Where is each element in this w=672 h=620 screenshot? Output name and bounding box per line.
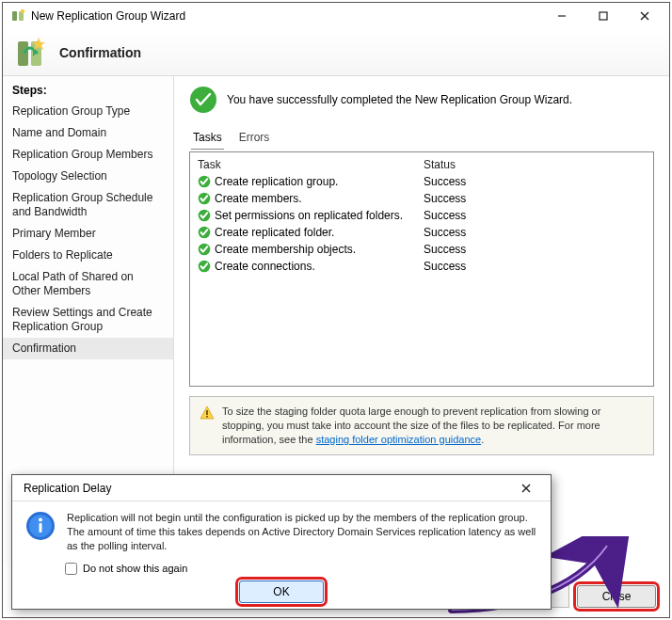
task-text: Create membership objects.: [215, 241, 424, 258]
do-not-show-input[interactable]: [65, 563, 77, 575]
svg-rect-19: [206, 410, 208, 415]
window-title: New Replication Group Wizard: [31, 9, 541, 23]
close-window-button[interactable]: [624, 3, 665, 29]
success-row: You have successfully completed the New …: [189, 86, 654, 114]
wizard-header-icon: [12, 34, 50, 72]
do-not-show-checkbox[interactable]: Do not show this again: [65, 563, 551, 575]
sidebar-step[interactable]: Local Path of Shared on Other Members: [3, 266, 173, 302]
task-success-icon: [198, 175, 211, 188]
task-row: Create connections.Success: [198, 258, 646, 275]
svg-point-2: [21, 9, 24, 13]
app-icon: [10, 8, 25, 24]
sidebar-step[interactable]: Topology Selection: [3, 166, 173, 187]
task-table-header: Task Status: [198, 158, 646, 171]
close-button[interactable]: Close: [577, 585, 656, 608]
dialog-titlebar: Replication Delay: [12, 475, 551, 501]
tabs: Tasks Errors: [189, 127, 654, 150]
task-status: Success: [424, 173, 646, 190]
sidebar-step[interactable]: Primary Member: [3, 223, 173, 245]
task-row: Create replication group.Success: [198, 173, 646, 190]
page-header: Confirmation: [59, 45, 141, 60]
tab-errors[interactable]: Errors: [237, 127, 272, 150]
sidebar-step[interactable]: Replication Group Type: [3, 101, 173, 122]
task-text: Create replicated folder.: [215, 224, 424, 241]
task-row: Create replicated folder.Success: [198, 224, 646, 241]
info-icon: [25, 511, 56, 541]
svg-rect-25: [40, 523, 42, 533]
task-status: Success: [424, 207, 646, 224]
task-success-icon: [198, 192, 211, 205]
ok-button[interactable]: OK: [239, 580, 324, 603]
task-success-icon: [198, 243, 211, 256]
sidebar-step[interactable]: Folders to Replicate: [3, 245, 173, 266]
dialog-text: Replication will not begin until the con…: [67, 511, 537, 553]
task-row: Create members.Success: [198, 190, 646, 207]
svg-rect-4: [600, 12, 607, 20]
svg-rect-0: [12, 11, 17, 21]
task-text: Create connections.: [215, 258, 424, 275]
dialog-close-button[interactable]: [505, 475, 547, 501]
task-column-header: Task: [198, 158, 424, 171]
sidebar-step[interactable]: Replication Group Schedule and Bandwidth: [3, 187, 173, 223]
tab-tasks[interactable]: Tasks: [191, 127, 224, 150]
success-message: You have successfully completed the New …: [227, 93, 572, 106]
task-status: Success: [424, 224, 646, 241]
sidebar-step[interactable]: Name and Domain: [3, 122, 173, 144]
svg-rect-7: [18, 41, 28, 66]
warning-box: To size the staging folder quota large e…: [189, 396, 654, 455]
dialog-title: Replication Delay: [16, 482, 505, 495]
warning-text: To size the staging folder quota large e…: [222, 405, 644, 447]
task-status: Success: [424, 190, 646, 207]
maximize-button[interactable]: [583, 3, 624, 29]
dialog-body: Replication will not begin until the con…: [12, 501, 551, 557]
sidebar-step[interactable]: Confirmation: [3, 338, 173, 359]
status-column-header: Status: [424, 158, 646, 171]
task-text: Create members.: [215, 190, 424, 207]
task-text: Create replication group.: [215, 173, 424, 190]
task-text: Set permissions on replicated folders.: [215, 207, 424, 224]
minimize-button[interactable]: [541, 3, 583, 29]
steps-header: Steps:: [3, 82, 173, 101]
success-check-icon: [189, 86, 217, 114]
task-row: Create membership objects.Success: [198, 241, 646, 258]
staging-guidance-link[interactable]: staging folder optimization guidance: [316, 434, 482, 445]
task-success-icon: [198, 209, 211, 222]
task-row: Set permissions on replicated folders.Su…: [198, 207, 646, 224]
task-success-icon: [198, 260, 211, 273]
sidebar-step[interactable]: Review Settings and Create Replication G…: [3, 302, 173, 338]
replication-delay-dialog: Replication Delay Replication will not b…: [11, 474, 552, 610]
task-panel: Task Status Create replication group.Suc…: [189, 151, 654, 387]
sidebar-step[interactable]: Replication Group Members: [3, 144, 173, 166]
task-status: Success: [424, 258, 646, 275]
titlebar: New Replication Group Wizard: [3, 3, 669, 29]
header-band: Confirmation: [3, 29, 669, 76]
svg-rect-20: [206, 416, 208, 418]
warning-icon: [200, 405, 215, 421]
task-success-icon: [198, 226, 211, 239]
task-status: Success: [424, 241, 646, 258]
svg-point-26: [39, 518, 42, 522]
